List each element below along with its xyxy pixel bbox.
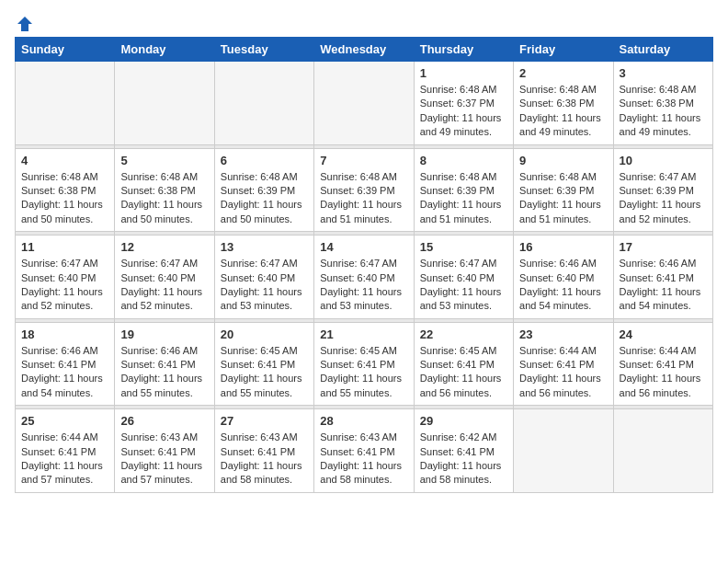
sunrise-label: Sunrise: 6:48 AM [519, 171, 597, 182]
day-info: Sunrise: 6:48 AMSunset: 6:38 PMDaylight:… [120, 170, 208, 227]
day-number: 25 [21, 414, 108, 428]
week-row-3: 11Sunrise: 6:47 AMSunset: 6:40 PMDayligh… [16, 236, 713, 319]
day-cell [16, 62, 115, 145]
sunrise-label: Sunrise: 6:46 AM [21, 345, 98, 356]
daylight-label: Daylight: 11 hours and 53 minutes. [320, 286, 402, 311]
day-cell: 21Sunrise: 6:45 AMSunset: 6:41 PMDayligh… [314, 322, 414, 406]
day-number: 5 [120, 154, 208, 167]
day-info: Sunrise: 6:46 AMSunset: 6:41 PMDaylight:… [620, 257, 707, 314]
day-cell: 25Sunrise: 6:44 AMSunset: 6:41 PMDayligh… [16, 409, 115, 493]
day-cell: 2Sunrise: 6:48 AMSunset: 6:38 PMDaylight… [514, 62, 613, 145]
day-number: 4 [21, 154, 108, 167]
sunset-label: Sunset: 6:41 PM [620, 359, 694, 370]
sunrise-label: Sunrise: 6:46 AM [120, 345, 198, 356]
day-number: 22 [420, 327, 507, 341]
sunset-label: Sunset: 6:40 PM [21, 272, 96, 283]
svg-marker-0 [17, 17, 32, 31]
sunrise-label: Sunrise: 6:44 AM [620, 345, 697, 356]
daylight-label: Daylight: 11 hours and 54 minutes. [519, 286, 601, 311]
day-number: 24 [620, 327, 707, 341]
day-info: Sunrise: 6:45 AMSunset: 6:41 PMDaylight:… [221, 344, 308, 401]
day-cell: 9Sunrise: 6:48 AMSunset: 6:39 PMDaylight… [514, 148, 613, 232]
daylight-label: Daylight: 11 hours and 56 minutes. [420, 373, 502, 397]
daylight-label: Daylight: 11 hours and 58 minutes. [420, 460, 502, 485]
day-cell: 6Sunrise: 6:48 AMSunset: 6:39 PMDaylight… [214, 148, 313, 232]
sunrise-label: Sunrise: 6:48 AM [519, 84, 597, 95]
header-monday: Monday [115, 38, 214, 62]
day-cell: 3Sunrise: 6:48 AMSunset: 6:38 PMDaylight… [613, 62, 712, 145]
day-number: 26 [120, 414, 208, 428]
day-cell: 28Sunrise: 6:43 AMSunset: 6:41 PMDayligh… [314, 409, 414, 493]
sunset-label: Sunset: 6:40 PM [519, 272, 594, 283]
sunrise-label: Sunrise: 6:47 AM [620, 171, 697, 182]
day-number: 16 [519, 240, 607, 254]
day-cell: 29Sunrise: 6:42 AMSunset: 6:41 PMDayligh… [414, 409, 513, 493]
day-info: Sunrise: 6:44 AMSunset: 6:41 PMDaylight:… [519, 344, 607, 401]
day-number: 20 [221, 327, 308, 341]
day-info: Sunrise: 6:48 AMSunset: 6:38 PMDaylight:… [21, 170, 108, 227]
header-saturday: Saturday [613, 38, 712, 62]
calendar: SundayMondayTuesdayWednesdayThursdayFrid… [15, 37, 713, 493]
daylight-label: Daylight: 11 hours and 49 minutes. [620, 112, 701, 137]
sunrise-label: Sunrise: 6:43 AM [320, 431, 397, 442]
daylight-label: Daylight: 11 hours and 50 minutes. [21, 199, 103, 224]
day-cell: 13Sunrise: 6:47 AMSunset: 6:40 PMDayligh… [214, 236, 313, 319]
day-cell: 5Sunrise: 6:48 AMSunset: 6:38 PMDaylight… [115, 148, 214, 232]
sunset-label: Sunset: 6:41 PM [320, 359, 394, 370]
sunrise-label: Sunrise: 6:46 AM [519, 258, 597, 269]
day-number: 3 [620, 66, 707, 80]
day-number: 15 [420, 240, 507, 254]
day-number: 29 [420, 414, 507, 428]
day-number: 13 [221, 240, 308, 254]
sunrise-label: Sunrise: 6:44 AM [519, 345, 597, 356]
sunset-label: Sunset: 6:41 PM [620, 272, 694, 283]
header-friday: Friday [514, 38, 613, 62]
day-info: Sunrise: 6:46 AMSunset: 6:41 PMDaylight:… [21, 344, 108, 401]
day-cell: 20Sunrise: 6:45 AMSunset: 6:41 PMDayligh… [214, 322, 313, 406]
sunset-label: Sunset: 6:38 PM [519, 98, 594, 109]
day-cell: 4Sunrise: 6:48 AMSunset: 6:38 PMDaylight… [16, 148, 115, 232]
header-wednesday: Wednesday [314, 38, 414, 62]
sunrise-label: Sunrise: 6:48 AM [620, 84, 697, 95]
sunrise-label: Sunrise: 6:47 AM [221, 258, 298, 269]
day-info: Sunrise: 6:48 AMSunset: 6:38 PMDaylight:… [620, 83, 707, 140]
day-number: 18 [21, 327, 108, 341]
day-info: Sunrise: 6:45 AMSunset: 6:41 PMDaylight:… [320, 344, 407, 401]
day-info: Sunrise: 6:48 AMSunset: 6:39 PMDaylight:… [320, 170, 407, 227]
week-row-4: 18Sunrise: 6:46 AMSunset: 6:41 PMDayligh… [16, 322, 713, 406]
sunset-label: Sunset: 6:40 PM [120, 272, 195, 283]
header-sunday: Sunday [16, 38, 115, 62]
daylight-label: Daylight: 11 hours and 51 minutes. [519, 199, 601, 224]
daylight-label: Daylight: 11 hours and 52 minutes. [21, 286, 103, 311]
daylight-label: Daylight: 11 hours and 49 minutes. [420, 112, 502, 137]
day-number: 17 [620, 240, 707, 254]
day-info: Sunrise: 6:47 AMSunset: 6:40 PMDaylight:… [21, 257, 108, 314]
day-number: 9 [519, 154, 607, 167]
sunset-label: Sunset: 6:39 PM [221, 185, 295, 196]
sunrise-label: Sunrise: 6:42 AM [420, 431, 497, 442]
logo-icon [16, 15, 34, 33]
sunrise-label: Sunrise: 6:47 AM [120, 258, 198, 269]
day-info: Sunrise: 6:42 AMSunset: 6:41 PMDaylight:… [420, 431, 507, 488]
sunset-label: Sunset: 6:40 PM [221, 272, 295, 283]
daylight-label: Daylight: 11 hours and 55 minutes. [320, 373, 402, 397]
day-cell: 14Sunrise: 6:47 AMSunset: 6:40 PMDayligh… [314, 236, 414, 319]
sunrise-label: Sunrise: 6:45 AM [420, 345, 497, 356]
day-info: Sunrise: 6:44 AMSunset: 6:41 PMDaylight:… [620, 344, 707, 401]
day-info: Sunrise: 6:48 AMSunset: 6:38 PMDaylight:… [519, 83, 607, 140]
day-info: Sunrise: 6:46 AMSunset: 6:41 PMDaylight:… [120, 344, 208, 401]
day-cell [115, 62, 214, 145]
sunrise-label: Sunrise: 6:45 AM [320, 345, 397, 356]
daylight-label: Daylight: 11 hours and 54 minutes. [620, 286, 701, 311]
daylight-label: Daylight: 11 hours and 58 minutes. [221, 460, 302, 485]
sunset-label: Sunset: 6:41 PM [420, 446, 495, 457]
sunrise-label: Sunrise: 6:47 AM [420, 258, 497, 269]
day-cell: 26Sunrise: 6:43 AMSunset: 6:41 PMDayligh… [115, 409, 214, 493]
daylight-label: Daylight: 11 hours and 50 minutes. [120, 199, 202, 224]
day-cell: 22Sunrise: 6:45 AMSunset: 6:41 PMDayligh… [414, 322, 513, 406]
sunset-label: Sunset: 6:37 PM [420, 98, 495, 109]
day-info: Sunrise: 6:47 AMSunset: 6:39 PMDaylight:… [620, 170, 707, 227]
header-thursday: Thursday [414, 38, 513, 62]
day-number: 23 [519, 327, 607, 341]
day-info: Sunrise: 6:46 AMSunset: 6:40 PMDaylight:… [519, 257, 607, 314]
